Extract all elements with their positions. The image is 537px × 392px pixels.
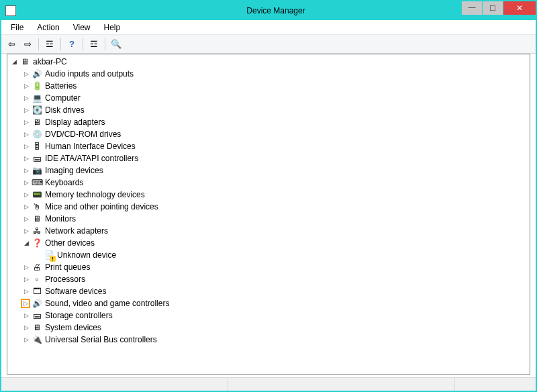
tree-label[interactable]: Unknown device [57, 249, 116, 261]
tree-label[interactable]: Memory technology devices [45, 189, 145, 201]
tree-row[interactable]: 📄Unknown device [34, 249, 528, 261]
tree-row[interactable]: ▷🖥Display adapters [22, 116, 528, 128]
tree-label[interactable]: Mice and other pointing devices [45, 201, 158, 213]
tree-row[interactable]: ▷🔌Universal Serial Bus controllers [22, 334, 528, 346]
tree-arrow-closed[interactable]: ▷ [22, 324, 30, 332]
show-hide-console-tree-button[interactable]: ☲ [42, 37, 57, 52]
tree-row[interactable]: ◢❓Other devices [22, 237, 528, 249]
tree-label[interactable]: Disk drives [45, 104, 85, 116]
tree-icon: ☲ [46, 39, 54, 49]
tree-arrow-open[interactable]: ◢ [22, 239, 30, 247]
tree-label[interactable]: System devices [45, 322, 101, 334]
tree-label[interactable]: Network adapters [45, 225, 108, 237]
back-button[interactable]: ⇦ [4, 37, 19, 52]
tree-row[interactable]: ▷⌨Keyboards [22, 177, 528, 189]
forward-button[interactable]: ⇨ [20, 37, 35, 52]
tree-label[interactable]: IDE ATA/ATAPI controllers [45, 152, 138, 164]
tree-label[interactable]: akbar-PC [33, 56, 67, 68]
tree-arrow-closed[interactable]: ▷ [22, 215, 30, 223]
tree-arrow-closed[interactable]: ▷ [22, 203, 30, 211]
tree-arrow-closed[interactable]: ▷ [22, 142, 30, 150]
tree-row[interactable]: ▷🎛Human Interface Devices [22, 140, 528, 152]
tree-row[interactable]: ▷📷Imaging devices [22, 164, 528, 177]
tree-row[interactable]: ▷🖥Monitors [22, 213, 528, 225]
tree-label[interactable]: DVD/CD-ROM drives [45, 128, 121, 140]
tree-arrow-closed[interactable]: ▷ [22, 166, 30, 175]
tree-row[interactable]: ▷🗔Software devices [22, 285, 528, 297]
toolbar-separator [38, 38, 39, 50]
device-tree-panel[interactable]: ◢🖥akbar-PC▷🔊Audio inputs and outputs▷🔋Ba… [7, 54, 530, 375]
tree-arrow-closed[interactable]: ▷ [22, 154, 30, 162]
tree-row[interactable]: ▷🖴Storage controllers [22, 309, 528, 322]
other-icon: ❓ [32, 238, 42, 248]
tree-arrow-closed[interactable]: ▷ [22, 70, 30, 78]
tree-label[interactable]: Universal Serial Bus controllers [45, 334, 157, 346]
tree-arrow-closed[interactable]: ▷ [22, 287, 30, 295]
tree-arrow-closed[interactable]: ▷ [22, 336, 30, 344]
menu-view[interactable]: View [66, 21, 97, 34]
tree-arrow-closed[interactable]: ▷ [22, 106, 30, 114]
tree-row[interactable]: ▷🖱Mice and other pointing devices [22, 201, 528, 213]
help-icon: ? [69, 39, 75, 49]
tree-arrow-closed[interactable]: ▷ [22, 130, 30, 138]
tree-arrow-closed[interactable]: ▷ [22, 311, 30, 320]
tree-arrow-open[interactable]: ◢ [10, 58, 18, 66]
tree-arrow-closed[interactable]: ▷ [22, 191, 30, 199]
tree-label[interactable]: Storage controllers [45, 309, 113, 322]
tree-label[interactable]: Other devices [45, 237, 95, 249]
tree-label[interactable]: Imaging devices [45, 164, 103, 177]
tree-row[interactable]: ▷💿DVD/CD-ROM drives [22, 128, 528, 140]
tree-row-root[interactable]: ◢🖥akbar-PC [10, 56, 528, 68]
tree-arrow-closed[interactable]: ▷ [22, 118, 30, 126]
arrow-right-icon: ⇨ [24, 39, 32, 49]
tree-arrow-closed[interactable]: ▷ [22, 94, 30, 102]
storage-icon: 🖴 [32, 310, 42, 321]
tree-row[interactable]: ▷▫Processors [22, 273, 528, 285]
tree-label[interactable]: Display adapters [45, 116, 105, 128]
titlebar: Device Manager [1, 1, 536, 20]
tree-row[interactable]: ▷🔊Sound, video and game controllers [22, 297, 528, 309]
tree-label[interactable]: Human Interface Devices [45, 140, 136, 152]
menu-action[interactable]: Action [30, 21, 66, 34]
tree-row[interactable]: ▷💽Disk drives [22, 104, 528, 116]
tree-arrow-closed[interactable]: ▷ [22, 179, 30, 187]
tree-row[interactable]: ▷🔋Batteries [22, 80, 528, 92]
ide-icon: 🖴 [32, 153, 42, 164]
tree-row[interactable]: ▷🔊Audio inputs and outputs [22, 68, 528, 80]
scan-hardware-button[interactable]: 🔍 [109, 37, 124, 52]
tree-row[interactable]: ▷💻Computer [22, 92, 528, 104]
tree-label[interactable]: Audio inputs and outputs [45, 68, 134, 80]
tree-label[interactable]: Sound, video and game controllers [45, 297, 169, 309]
tree-row[interactable]: ▷🖧Network adapters [22, 225, 528, 237]
menu-file[interactable]: File [4, 21, 30, 34]
tree-label[interactable]: Monitors [45, 213, 76, 225]
minimize-button[interactable] [462, 1, 482, 15]
menu-help[interactable]: Help [97, 21, 128, 34]
tree-label[interactable]: Print queues [45, 261, 90, 273]
window-controls [461, 1, 536, 15]
tree-arrow-closed[interactable]: ▷ [22, 263, 30, 271]
memory-icon: 📟 [32, 189, 42, 200]
tree-row[interactable]: ▷📟Memory technology devices [22, 189, 528, 201]
status-cell [228, 378, 455, 391]
tree-row[interactable]: ▷🖴IDE ATA/ATAPI controllers [22, 152, 528, 164]
tree-arrow-closed[interactable]: ▷ [21, 299, 30, 308]
tree-label[interactable]: Software devices [45, 285, 106, 297]
properties-button[interactable]: ☲ [87, 37, 101, 52]
network-icon: 🖧 [32, 226, 42, 236]
maximize-button[interactable] [483, 1, 503, 15]
help-button[interactable]: ? [64, 37, 79, 52]
printer-icon: 🖨 [32, 262, 42, 273]
tree-row[interactable]: ▷🖨Print queues [22, 261, 528, 273]
tree-arrow-closed[interactable]: ▷ [22, 275, 30, 283]
speaker-icon: 🔊 [32, 68, 42, 79]
tree-row[interactable]: ▷🖥System devices [22, 322, 528, 334]
tree-label[interactable]: Processors [45, 273, 85, 285]
tree-arrow-closed[interactable]: ▷ [22, 227, 30, 235]
tree-label[interactable]: Computer [45, 92, 81, 104]
tree-arrow-closed[interactable]: ▷ [22, 82, 30, 90]
tree-label[interactable]: Batteries [45, 80, 77, 92]
tree-label[interactable]: Keyboards [45, 177, 83, 189]
close-button[interactable] [503, 1, 536, 15]
statusbar [1, 377, 536, 391]
